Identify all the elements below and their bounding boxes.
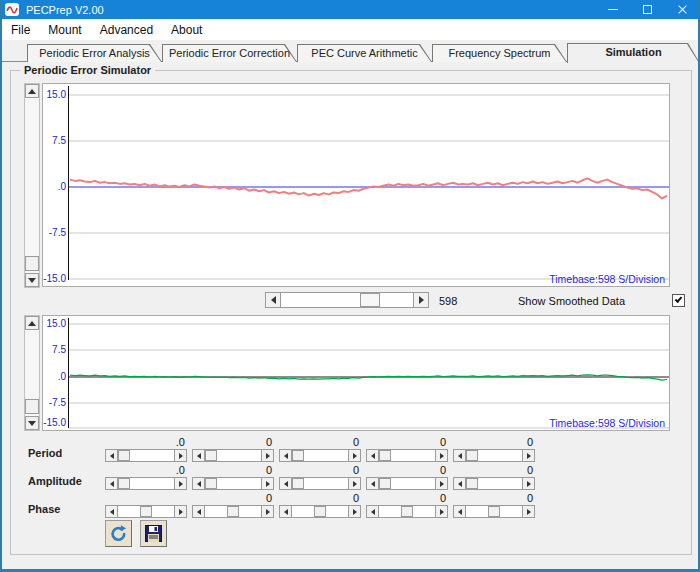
phase-slider-5[interactable]: 0	[453, 505, 535, 518]
slider-left-button[interactable]	[105, 505, 118, 518]
slider-thumb[interactable]	[379, 450, 391, 461]
period-slider-5[interactable]: 0	[453, 449, 535, 462]
slider-thumb[interactable]	[488, 506, 500, 517]
slider-thumb[interactable]	[227, 506, 239, 517]
slider-thumb[interactable]	[292, 450, 304, 461]
tab-frequency-spectrum[interactable]: Frequency Spectrum	[432, 44, 567, 62]
slider-right-button[interactable]	[261, 505, 274, 518]
slider-left-button[interactable]	[366, 477, 379, 490]
scroll-left-button[interactable]	[265, 292, 281, 308]
slider-thumb[interactable]	[140, 506, 152, 517]
tab-periodic-error-analysis[interactable]: Periodic Error Analysis	[27, 44, 162, 62]
tab-simulation[interactable]: Simulation	[567, 43, 700, 63]
slider-right-button[interactable]	[435, 477, 448, 490]
slider-thumb[interactable]	[466, 478, 478, 489]
slider-right-button[interactable]	[174, 505, 187, 518]
maximize-button[interactable]	[630, 0, 665, 19]
scrollbar-track[interactable]	[281, 292, 413, 308]
period-slider-3[interactable]: 0	[279, 449, 361, 462]
slider-track[interactable]	[379, 505, 435, 518]
slider-right-button[interactable]	[435, 505, 448, 518]
slider-track[interactable]	[292, 449, 348, 462]
menu-mount[interactable]: Mount	[39, 21, 90, 39]
slider-thumb[interactable]	[205, 450, 217, 461]
slider-right-button[interactable]	[522, 449, 535, 462]
slider-right-button[interactable]	[522, 477, 535, 490]
slider-right-button[interactable]	[174, 477, 187, 490]
scroll-down-button[interactable]	[25, 273, 39, 287]
phase-slider-4[interactable]: 0	[366, 505, 448, 518]
slider-left-button[interactable]	[105, 449, 118, 462]
slider-track[interactable]	[379, 449, 435, 462]
menu-file[interactable]: File	[2, 21, 39, 39]
slider-right-button[interactable]	[348, 477, 361, 490]
slider-left-button[interactable]	[105, 477, 118, 490]
menu-about[interactable]: About	[162, 21, 211, 39]
slider-track[interactable]	[466, 505, 522, 518]
slider-thumb[interactable]	[401, 506, 413, 517]
slider-right-button[interactable]	[261, 449, 274, 462]
scroll-up-button[interactable]	[25, 316, 39, 330]
slider-thumb[interactable]	[118, 450, 130, 461]
scroll-down-button[interactable]	[25, 416, 39, 430]
slider-track[interactable]	[205, 505, 261, 518]
slider-left-button[interactable]	[366, 449, 379, 462]
slider-left-button[interactable]	[192, 505, 205, 518]
phase-slider-3[interactable]: 0	[279, 505, 361, 518]
slider-right-button[interactable]	[522, 505, 535, 518]
slider-thumb[interactable]	[379, 478, 391, 489]
amplitude-slider-3[interactable]: 0	[279, 477, 361, 490]
slider-right-button[interactable]	[174, 449, 187, 462]
slider-thumb[interactable]	[205, 478, 217, 489]
save-button[interactable]	[140, 520, 167, 547]
close-button[interactable]	[665, 0, 700, 19]
slider-track[interactable]	[466, 449, 522, 462]
tab-pec-curve-arithmetic[interactable]: PEC Curve Arithmetic	[297, 44, 432, 62]
slider-track[interactable]	[292, 505, 348, 518]
scrollbar-thumb[interactable]	[25, 399, 39, 414]
position-scrollbar[interactable]	[265, 292, 429, 308]
menu-advanced[interactable]: Advanced	[91, 21, 162, 39]
tab-periodic-error-correction[interactable]: Periodic Error Correction	[162, 44, 297, 62]
amplitude-slider-2[interactable]: 0	[192, 477, 274, 490]
slider-left-button[interactable]	[279, 505, 292, 518]
slider-left-button[interactable]	[453, 449, 466, 462]
slider-track[interactable]	[292, 477, 348, 490]
slider-left-button[interactable]	[279, 449, 292, 462]
slider-track[interactable]	[118, 449, 174, 462]
slider-left-button[interactable]	[279, 477, 292, 490]
slider-right-button[interactable]	[261, 477, 274, 490]
period-slider-1[interactable]: .0	[105, 449, 187, 462]
slider-right-button[interactable]	[435, 449, 448, 462]
slider-left-button[interactable]	[453, 477, 466, 490]
phase-slider-2[interactable]: 0	[192, 505, 274, 518]
slider-track[interactable]	[379, 477, 435, 490]
minimize-button[interactable]	[595, 0, 630, 19]
slider-track[interactable]	[118, 477, 174, 490]
slider-left-button[interactable]	[366, 505, 379, 518]
phase-slider-1[interactable]	[105, 505, 187, 518]
period-slider-2[interactable]: 0	[192, 449, 274, 462]
slider-right-button[interactable]	[348, 449, 361, 462]
slider-track[interactable]	[466, 477, 522, 490]
slider-thumb[interactable]	[292, 478, 304, 489]
slider-thumb[interactable]	[466, 450, 478, 461]
scrollbar-thumb[interactable]	[25, 256, 39, 271]
bottom-chart-vertical-scrollbar[interactable]	[24, 315, 40, 431]
slider-left-button[interactable]	[192, 449, 205, 462]
slider-right-button[interactable]	[348, 505, 361, 518]
amplitude-slider-4[interactable]: 0	[366, 477, 448, 490]
slider-track[interactable]	[118, 505, 174, 518]
scroll-right-button[interactable]	[413, 292, 429, 308]
slider-left-button[interactable]	[192, 477, 205, 490]
scrollbar-thumb[interactable]	[360, 293, 380, 307]
slider-track[interactable]	[205, 449, 261, 462]
top-chart-vertical-scrollbar[interactable]	[24, 83, 40, 288]
amplitude-slider-1[interactable]: .0	[105, 477, 187, 490]
slider-left-button[interactable]	[453, 505, 466, 518]
slider-track[interactable]	[205, 477, 261, 490]
slider-thumb[interactable]	[314, 506, 326, 517]
refresh-button[interactable]	[105, 520, 132, 547]
amplitude-slider-5[interactable]: 0	[453, 477, 535, 490]
slider-thumb[interactable]	[118, 478, 130, 489]
